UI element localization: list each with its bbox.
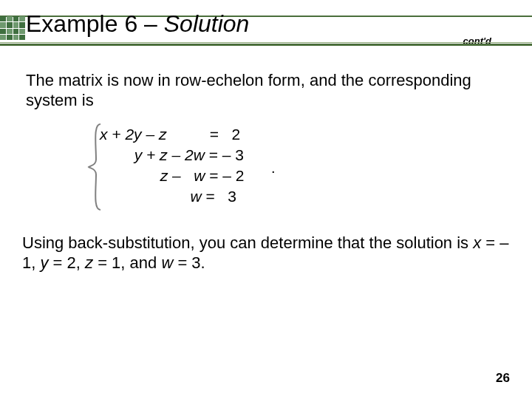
eq2-eq: = xyxy=(209,146,222,163)
title-suffix: Solution xyxy=(164,10,250,37)
header-rule-bottom xyxy=(0,42,532,46)
page-number: 26 xyxy=(496,371,510,386)
eq3-lhs: z – w xyxy=(100,167,209,184)
title-dash: – xyxy=(137,10,164,37)
eq2-rhs: – 3 xyxy=(222,146,244,163)
equation-row-4: w = 3 xyxy=(100,188,245,208)
equation-system: x + 2y – z = 2 y + z – 2w = – 3 z – w = … xyxy=(100,126,245,208)
equation-period: . xyxy=(271,160,276,177)
p2-text-e: = 3. xyxy=(173,253,205,272)
eq2-lhs: y + z – 2w xyxy=(100,146,209,163)
equation-row-2: y + z – 2w = – 3 xyxy=(100,146,245,167)
paragraph-intro: The matrix is now in row-echelon form, a… xyxy=(26,70,499,110)
eq4-lhs: w xyxy=(100,188,206,205)
equation-row-1: x + 2y – z = 2 xyxy=(100,126,245,146)
eq1-eq: = xyxy=(210,126,228,143)
eq4-eq: = xyxy=(206,188,224,205)
p2-text-a: Using back-substitution, you can determi… xyxy=(22,233,473,252)
eq1-rhs: 2 xyxy=(228,126,241,143)
eq4-rhs: 3 xyxy=(223,188,236,205)
p2-var-y: y xyxy=(40,253,48,272)
logo-icon xyxy=(0,16,25,40)
eq1-lhs: x + 2y – z xyxy=(100,126,210,143)
p2-var-w: w xyxy=(161,253,173,272)
slide-title: Example 6 – Solution xyxy=(26,10,249,38)
p2-text-c: = 2, xyxy=(48,253,85,272)
p2-var-x: x xyxy=(473,233,481,252)
p2-text-d: = 1, and xyxy=(93,253,161,272)
eq3-rhs: – 2 xyxy=(222,167,244,184)
title-prefix: Example 6 xyxy=(26,10,137,37)
p2-var-z: z xyxy=(85,253,93,272)
paragraph-conclusion: Using back-substitution, you can determi… xyxy=(22,233,517,273)
equation-row-3: z – w = – 2 xyxy=(100,167,245,188)
eq3-eq: = xyxy=(209,167,222,184)
